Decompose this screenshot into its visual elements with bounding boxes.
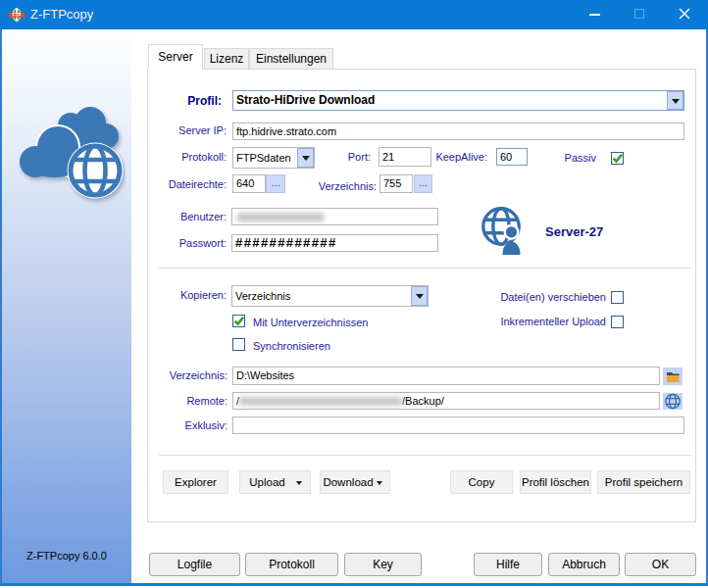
svg-text:FTP: FTP — [12, 13, 22, 18]
